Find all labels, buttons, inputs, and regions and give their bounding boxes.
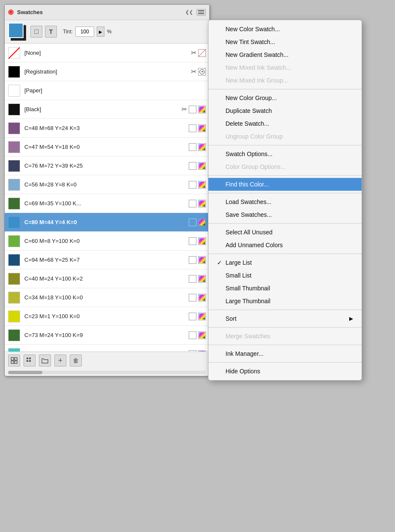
menu-item-large-list[interactable]: ✓ Large List — [208, 256, 362, 269]
menu-item-save-swatches[interactable]: Save Swatches... — [208, 208, 362, 221]
swatch-icons-registration: ✂ — [191, 68, 206, 76]
menu-item-find-this-color[interactable]: Find this Color... — [208, 178, 362, 191]
swatch-color-c69 — [8, 198, 20, 210]
gamut-icon-c76 — [198, 162, 206, 170]
swatch-group-button[interactable] — [8, 355, 20, 366]
menu-item-load-swatches[interactable]: Load Swatches... — [208, 195, 362, 208]
gamut-icon-c73 — [198, 331, 206, 339]
delete-swatch-button[interactable]: 🗑 — [70, 355, 82, 366]
tint-label: Tint: — [63, 29, 73, 35]
swatch-row-c60[interactable]: C=60 M=8 Y=100 K=0 — [5, 232, 209, 251]
swatch-row-c48[interactable]: C=48 M=68 Y=24 K=3 — [5, 119, 209, 138]
swatch-row-c76[interactable]: C=76 M=72 Y=39 K=25 — [5, 157, 209, 175]
swatch-row-black[interactable]: [Black] ✂ — [5, 100, 209, 119]
menu-item-merge-swatches: Merge Swatches — [208, 330, 362, 343]
swatch-name-paper: [Paper] — [24, 87, 206, 94]
swatch-row-c47[interactable]: C=47 M=54 Y=18 K=0 — [5, 138, 209, 157]
grid-icon-c34 — [189, 294, 196, 301]
menu-item-duplicate-swatch[interactable]: Duplicate Swatch — [208, 104, 362, 117]
tint-unit: % — [107, 29, 112, 35]
grid-icon-c60 — [189, 237, 196, 245]
gamut-icon-c80 — [198, 219, 206, 226]
swatch-preview[interactable]: ↕ — [8, 23, 26, 41]
gamut-icon-c34 — [198, 294, 206, 301]
menu-item-new-tint-swatch[interactable]: New Tint Swatch... — [208, 35, 362, 48]
swatch-row-c23[interactable]: C=23 M=1 Y=100 K=0 — [5, 307, 209, 326]
gamut-icon-c56 — [198, 181, 206, 189]
collapse-button[interactable]: ❮❮ — [185, 9, 193, 15]
grid-icon-c69 — [189, 200, 196, 207]
swatch-name-c94: C=94 M=68 Y=25 K=7 — [24, 257, 189, 263]
swatch-row-paper[interactable]: [Paper] — [5, 81, 209, 100]
gamut-icon-c94 — [198, 256, 206, 264]
stroke-fill-toggle[interactable]: □ — [30, 26, 42, 38]
add-swatch-button[interactable]: + — [54, 355, 66, 366]
menu-separator-7 — [208, 310, 362, 310]
gamut-icon-black — [198, 106, 206, 113]
swatch-row-c34[interactable]: C=34 M=18 Y=100 K=0 — [5, 288, 209, 307]
gamut-icon-c40 — [198, 275, 206, 283]
swatch-row-c56[interactable]: C=56 M=28 Y=8 K=0 — [5, 175, 209, 194]
swatch-name-c23: C=23 M=1 Y=100 K=0 — [24, 313, 189, 319]
swatch-color-c73 — [8, 329, 20, 341]
swatch-name-c56: C=56 M=28 Y=8 K=0 — [24, 181, 189, 188]
scrollbar-thumb[interactable] — [8, 371, 42, 374]
menu-item-add-unnamed-colors[interactable]: Add Unnamed Colors — [208, 239, 362, 251]
swatch-name-c73: C=73 M=24 Y=100 K=9 — [24, 332, 189, 338]
swatch-icons-c80 — [189, 219, 206, 226]
menu-item-swatch-options[interactable]: Swatch Options... — [208, 148, 362, 160]
menu-item-small-list[interactable]: Small List — [208, 269, 362, 282]
swatch-row-c80[interactable]: C=80 M=44 Y=4 K=0 — [5, 213, 209, 232]
menu-item-small-thumbnail[interactable]: Small Thumbnail — [208, 282, 362, 295]
swatch-icons-c76 — [189, 162, 206, 170]
swatch-color-c56 — [8, 179, 20, 191]
menu-item-ink-manager[interactable]: Ink Manager... — [208, 347, 362, 360]
swatch-row-c94[interactable]: C=94 M=68 Y=25 K=7 — [5, 251, 209, 269]
menu-item-new-color-group[interactable]: New Color Group... — [208, 92, 362, 104]
swatch-icons-c94 — [189, 256, 206, 264]
menu-separator-4 — [208, 193, 362, 193]
menu-item-select-all-unused[interactable]: Select All Unused — [208, 226, 362, 239]
menu-item-large-thumbnail[interactable]: Large Thumbnail — [208, 295, 362, 307]
menu-item-delete-swatch[interactable]: Delete Swatch... — [208, 117, 362, 130]
swatch-color-c60 — [8, 235, 20, 247]
swatch-icons-c69 — [189, 200, 206, 207]
menu-item-new-mixed-ink-swatch: New Mixed Ink Swatch... — [208, 61, 362, 74]
swatch-row-c69[interactable]: C=69 M=35 Y=100 K... — [5, 194, 209, 213]
swatch-name-c60: C=60 M=8 Y=100 K=0 — [24, 238, 189, 244]
swatch-name-c34: C=34 M=18 Y=100 K=0 — [24, 294, 189, 301]
swatch-icons-c73 — [189, 331, 206, 339]
swatch-name-none: [None] — [24, 50, 191, 56]
text-mode-btn[interactable]: T — [45, 26, 57, 38]
swatch-icons-c66 — [189, 350, 206, 352]
gamut-icon-c69 — [198, 200, 206, 207]
swatch-color-c47 — [8, 141, 20, 153]
gamut-icon-c47 — [198, 143, 206, 151]
swatch-row-registration[interactable]: [Registration] ✂ — [5, 62, 209, 81]
menu-item-new-color-swatch[interactable]: New Color Swatch... — [208, 23, 362, 35]
swatch-row-c73[interactable]: C=73 M=24 Y=100 K=9 — [5, 326, 209, 345]
menu-item-sort[interactable]: Sort ▶ — [208, 312, 362, 325]
swatch-row-none[interactable]: [None] ✂ — [5, 44, 209, 62]
panel-menu-button[interactable] — [196, 9, 206, 16]
tint-increment-button[interactable]: ▶ — [97, 27, 104, 37]
scissors-icon: ✂ — [191, 49, 196, 57]
swatch-row-c40[interactable]: C=40 M=24 Y=100 K=2 — [5, 269, 209, 288]
menu-item-hide-options[interactable]: Hide Options — [208, 365, 362, 378]
view-toggle-button[interactable] — [24, 355, 36, 366]
swatch-name-black: [Black] — [24, 106, 181, 112]
swatch-name-c76: C=76 M=72 Y=39 K=25 — [24, 163, 189, 169]
folder-button[interactable] — [39, 355, 51, 366]
swatch-color-paper — [8, 85, 20, 97]
swatch-row-c66[interactable]: C=66 M=0 Y=24 K=0 — [5, 345, 209, 352]
swatch-icons-c47 — [189, 143, 206, 151]
menu-item-new-gradient-swatch[interactable]: New Gradient Swatch... — [208, 48, 362, 61]
gamut-icon-c60 — [198, 237, 206, 245]
swatches-panel: ✕ Swatches ❮❮ ↕ □ T Tint: ▶ % [None] ✂ — [4, 4, 210, 376]
scissors-icon-black: ✂ — [181, 105, 187, 113]
close-button[interactable]: ✕ — [8, 9, 14, 15]
tint-input[interactable] — [75, 27, 94, 37]
foreground-swatch — [8, 23, 24, 38]
scrollbar-track[interactable] — [8, 371, 206, 374]
swatch-list: [None] ✂ [Registration] ✂ — [5, 44, 209, 352]
